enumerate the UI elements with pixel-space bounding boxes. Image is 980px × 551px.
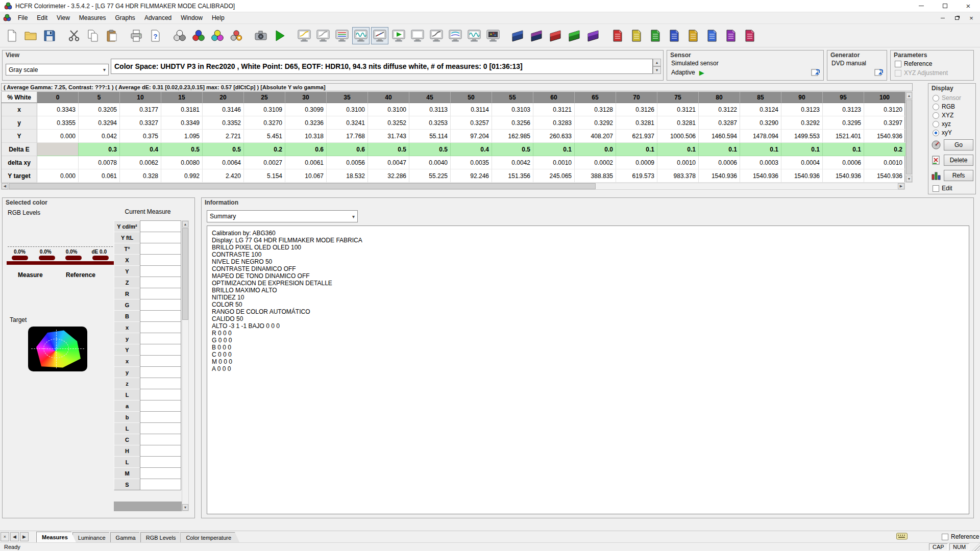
tab-rgb-levels[interactable]: RGB Levels (140, 532, 184, 542)
measure-cell[interactable]: 2.721 (203, 130, 244, 143)
generator-settings-icon[interactable] (874, 68, 884, 77)
measure-cell[interactable]: 0.3281 (657, 116, 699, 130)
measure-cell[interactable]: 0.1 (699, 143, 740, 156)
graph-rgb-levels-button[interactable] (333, 27, 351, 44)
view-mode-dropdown[interactable]: Gray scale ▾ (6, 64, 109, 76)
col-header-75[interactable]: 75 (657, 92, 699, 103)
scroll-thumb[interactable] (9, 183, 596, 189)
document-icon[interactable] (3, 14, 11, 22)
resize-grip[interactable] (972, 543, 980, 551)
lut-view-purple-button[interactable] (528, 27, 545, 44)
col-header-95[interactable]: 95 (823, 92, 864, 103)
saturation-crimson-button[interactable] (741, 27, 758, 44)
col-header-5[interactable]: 5 (79, 92, 120, 103)
scroll-up-icon[interactable]: ▲ (906, 92, 912, 99)
measure-cell[interactable]: 0.2 (244, 143, 285, 156)
measure-cell[interactable]: 260.633 (533, 130, 575, 143)
col-header-10[interactable]: 10 (120, 92, 161, 103)
measure-cell[interactable]: 5.154 (244, 169, 285, 183)
measure-cell[interactable]: 1540.936 (781, 169, 823, 183)
measure-value-cell[interactable] (140, 333, 181, 344)
measure-cell[interactable]: 0.3126 (616, 103, 657, 116)
col-header-55[interactable]: 55 (492, 92, 533, 103)
measure-cell[interactable]: 2.420 (203, 169, 244, 183)
measure-green-series-button[interactable] (566, 27, 583, 44)
lut-view-blue-button[interactable] (509, 27, 526, 44)
measure-cell[interactable]: 408.207 (575, 130, 616, 143)
colorspace-info-field[interactable]: Color Space: UHDTV P3 in Rec2020 , White… (111, 59, 653, 74)
measure-cell[interactable]: 1540.936 (864, 169, 905, 183)
measure-cell[interactable]: 0.5 (161, 143, 203, 156)
measure-cell[interactable]: 0.3121 (657, 103, 699, 116)
measure-cell[interactable]: 0.5 (368, 143, 409, 156)
col-header-35[interactable]: 35 (327, 92, 368, 103)
col-header-100[interactable]: 100 (864, 92, 905, 103)
measure-cell[interactable]: 0.0009 (616, 156, 657, 169)
measure-cell[interactable]: 0.3236 (285, 116, 327, 130)
col-header-90[interactable]: 90 (781, 92, 823, 103)
radio-sensor[interactable]: Sensor (933, 94, 961, 102)
measure-cell[interactable]: 0.0061 (285, 156, 327, 169)
mdi-close-button[interactable]: × (967, 14, 976, 22)
measure-value-cell[interactable] (140, 232, 181, 243)
new-file-button[interactable] (3, 27, 20, 44)
measure-cell[interactable]: 0.0056 (327, 156, 368, 169)
delete-button[interactable]: Delete (944, 155, 973, 166)
menu-view[interactable]: View (52, 12, 75, 24)
measure-cell[interactable]: 0.3123 (823, 103, 864, 116)
measure-cell[interactable]: 0.0010 (864, 156, 905, 169)
saturation-magenta-button[interactable] (722, 27, 740, 44)
measure-value-cell[interactable] (140, 434, 181, 445)
tab-scroll-right-icon[interactable]: ▶ (20, 532, 29, 541)
measure-value-cell[interactable] (140, 243, 181, 255)
play-icon[interactable]: ▶ (699, 69, 704, 76)
measure-cell[interactable]: 1460.594 (699, 130, 740, 143)
menu-help[interactable]: Help (207, 12, 229, 24)
reference-checkbox[interactable]: Reference (895, 60, 932, 67)
measure-cell[interactable]: 0.3355 (37, 116, 79, 130)
menu-file[interactable]: File (13, 12, 32, 24)
measure-cell[interactable]: 0.0042 (492, 156, 533, 169)
measure-cell[interactable]: 1540.936 (864, 130, 905, 143)
measure-cell[interactable]: 0.3113 (409, 103, 451, 116)
measure-cell[interactable]: 0.5 (409, 143, 451, 156)
measure-cell[interactable]: 0.0078 (79, 156, 120, 169)
col-header-80[interactable]: 80 (699, 92, 740, 103)
scroll-down-icon[interactable]: ▼ (906, 176, 912, 182)
measure-cell[interactable]: 0.4 (120, 143, 161, 156)
measure-value-cell[interactable] (140, 389, 181, 400)
measure-cell[interactable]: 92.246 (451, 169, 492, 183)
col-header-85[interactable]: 85 (740, 92, 781, 103)
measure-cell[interactable]: 0.0006 (823, 156, 864, 169)
measure-cell[interactable]: 1000.506 (657, 130, 699, 143)
col-header-0[interactable]: 0 (37, 92, 79, 103)
measure-cell[interactable]: 162.985 (492, 130, 533, 143)
spin-up-icon[interactable]: ▲ (653, 59, 661, 66)
measure-primaries-button[interactable] (190, 27, 207, 44)
minimize-button[interactable] (910, 0, 933, 12)
measure-cell[interactable]: 0.061 (79, 169, 120, 183)
saturation-azure-button[interactable] (703, 27, 721, 44)
mdi-minimize-button[interactable] (938, 14, 947, 22)
measure-value-cell[interactable] (140, 422, 181, 434)
tab-luminance[interactable]: Luminance (72, 532, 114, 542)
measure-value-cell[interactable] (140, 254, 181, 266)
graph-saturation-button[interactable] (465, 27, 483, 44)
radio-xyz[interactable]: XYZ (933, 112, 953, 119)
measure-cell[interactable]: 0.000 (37, 169, 79, 183)
measure-cell[interactable]: 0.1 (740, 143, 781, 156)
measure-cell[interactable]: 0.3 (79, 143, 120, 156)
measure-cell[interactable]: 55.225 (409, 169, 451, 183)
measure-cell[interactable]: 0.042 (79, 130, 120, 143)
measure-cell[interactable]: 0.1 (533, 143, 575, 156)
graph-near-black-button[interactable] (428, 27, 445, 44)
measure-cell[interactable]: 0.5 (203, 143, 244, 156)
measure-cell[interactable]: 983.378 (657, 169, 699, 183)
edit-checkbox[interactable]: Edit (933, 185, 952, 192)
col-header-30[interactable]: 30 (285, 92, 327, 103)
col-header-20[interactable]: 20 (203, 92, 244, 103)
scroll-up-icon[interactable]: ▲ (182, 221, 188, 228)
table-vertical-scrollbar[interactable]: ▲ ▼ (905, 92, 913, 183)
measure-value-cell[interactable] (140, 479, 181, 490)
measure-value-cell[interactable] (140, 288, 181, 299)
